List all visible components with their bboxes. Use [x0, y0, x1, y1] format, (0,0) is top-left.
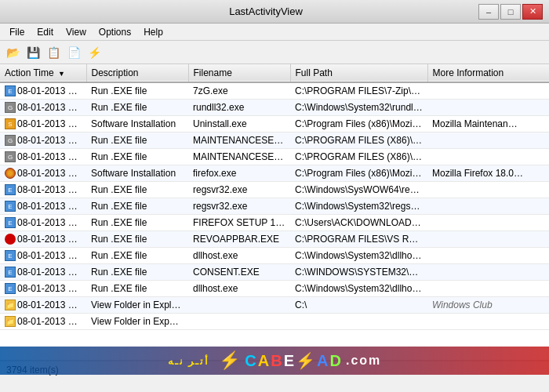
cell-action-time: G 08-01-2013 … — [0, 149, 86, 165]
toolbar-btn-5[interactable]: ⚡ — [85, 43, 104, 62]
cell-description: Run .EXE file — [86, 281, 188, 297]
watermark-arabic: أتـر نـه — [168, 355, 210, 367]
table-row[interactable]: E 08-01-2013 … Run .EXE file 7zG.exe C:\… — [0, 82, 549, 100]
exe-icon: E — [5, 184, 16, 195]
table-row[interactable]: E 08-01-2013 … Run .EXE file FIREFOX SET… — [0, 215, 549, 231]
table-row[interactable]: 📁 08-01-2013 … View Folder in Exp… — [0, 314, 549, 330]
firefox-icon — [5, 168, 16, 179]
table-row[interactable]: E 08-01-2013 … Run .EXE file dllhost.exe… — [0, 281, 549, 297]
cell-full-path: C:\Windows\System32\dllhost.exe — [290, 248, 427, 264]
cell-full-path: C:\ — [290, 297, 427, 314]
cell-description: Run .EXE file — [86, 198, 188, 215]
table-row[interactable]: E 08-01-2013 … Run .EXE file dllhost.exe… — [0, 248, 549, 264]
sort-arrow-icon: ▼ — [58, 70, 65, 78]
table-row[interactable]: 📁 08-01-2013 … View Folder in Expl… C:\ … — [0, 297, 549, 314]
cell-full-path: C:\WINDOWS\SYSTEM32\CONSE… — [290, 264, 427, 281]
cell-action-time: S 08-01-2013 … — [0, 116, 86, 132]
col-filename[interactable]: Filename — [188, 64, 290, 82]
cell-more-info: Windows Club — [427, 297, 549, 314]
cell-action-time: G 08-01-2013 … — [0, 100, 86, 116]
cell-full-path: C:\PROGRAM FILES\VS REVO GRO… — [290, 231, 427, 248]
table-row[interactable]: G 08-01-2013 … Run .EXE file MAINTENANCE… — [0, 132, 549, 149]
cell-action-time: E 08-01-2013 … — [0, 248, 86, 264]
col-description[interactable]: Description — [86, 64, 188, 82]
cell-filename: rundll32.exe — [188, 100, 290, 116]
cell-action-time: 📁 08-01-2013 … — [0, 297, 86, 314]
minimize-button[interactable]: – — [478, 4, 499, 20]
cell-filename: Uninstall.exe — [188, 116, 290, 132]
cell-full-path: C:\Windows\System32\rundll32.exe — [290, 100, 427, 116]
cell-full-path: C:\PROGRAM FILES (X86)\MOZILL… — [290, 149, 427, 165]
menu-help[interactable]: Help — [137, 25, 169, 39]
table-row[interactable]: S 08-01-2013 … Software Installation Uni… — [0, 116, 549, 132]
cell-description: Run .EXE file — [86, 149, 188, 165]
cell-action-time: E 08-01-2013 … — [0, 82, 86, 100]
watermark-lightning-left: ⚡ — [219, 350, 242, 371]
menu-view[interactable]: View — [60, 25, 93, 39]
menu-options[interactable]: Options — [93, 25, 137, 39]
cell-filename: dllhost.exe — [188, 281, 290, 297]
watermark-e1: E — [284, 352, 296, 370]
cell-more-info — [427, 82, 549, 100]
toolbar-btn-2[interactable]: 💾 — [24, 43, 42, 62]
cell-description: Run .EXE file — [86, 248, 188, 264]
cell-action-time: 08-01-2013 … — [0, 231, 86, 248]
col-more-info[interactable]: More Information — [427, 64, 549, 82]
activity-table: Action Time ▼ Description Filename Full … — [0, 64, 549, 330]
table-row[interactable]: E 08-01-2013 … Run .EXE file CONSENT.EXE… — [0, 264, 549, 281]
cell-more-info — [427, 264, 549, 281]
cell-action-time: E 08-01-2013 … — [0, 215, 86, 231]
table-row[interactable]: G 08-01-2013 … Run .EXE file MAINTENANCE… — [0, 149, 549, 165]
exe-icon: E — [5, 267, 16, 278]
exe-icon: E — [5, 85, 16, 96]
cell-description: Run .EXE file — [86, 215, 188, 231]
table-row[interactable]: E 08-01-2013 … Run .EXE file regsvr32.ex… — [0, 182, 549, 198]
cell-description: Run .EXE file — [86, 132, 188, 149]
table-container[interactable]: Action Time ▼ Description Filename Full … — [0, 64, 549, 361]
cell-filename — [188, 297, 290, 314]
cell-full-path: C:\Users\ACK\DOWNLOADS\FIREF… — [290, 215, 427, 231]
cell-filename: dllhost.exe — [188, 248, 290, 264]
toolbar-btn-3[interactable]: 📋 — [44, 43, 63, 62]
cell-description: Run .EXE file — [86, 231, 188, 248]
cell-full-path — [290, 314, 427, 330]
table-row[interactable]: E 08-01-2013 … Run .EXE file regsvr32.ex… — [0, 198, 549, 215]
maximize-button[interactable]: □ — [500, 4, 521, 20]
watermark-a: A — [258, 352, 271, 370]
menu-file[interactable]: File — [3, 25, 31, 39]
col-action-time[interactable]: Action Time ▼ — [0, 64, 86, 82]
cell-filename — [188, 314, 290, 330]
exe-icon: E — [5, 201, 16, 212]
cell-full-path: C:\Windows\System32\regsvr32.exe — [290, 198, 427, 215]
cell-filename: 7zG.exe — [188, 82, 290, 100]
cell-filename: regsvr32.exe — [188, 198, 290, 215]
cell-full-path: C:\PROGRAM FILES\7-Zip\7zG.exe — [290, 82, 427, 100]
table-row[interactable]: 08-01-2013 … Software Installation firef… — [0, 165, 549, 182]
generic-icon: G — [5, 102, 16, 113]
cell-action-time: E 08-01-2013 … — [0, 264, 86, 281]
cell-more-info: Mozilla Firefox 18.0… — [427, 165, 549, 182]
watermark-a3: A — [317, 352, 329, 370]
cell-more-info — [427, 149, 549, 165]
cell-full-path: C:\Program Files (x86)\Mozilla Fire… — [290, 165, 427, 182]
cell-action-time: G 08-01-2013 … — [0, 132, 86, 149]
cell-action-time: E 08-01-2013 … — [0, 198, 86, 215]
table-row[interactable]: 08-01-2013 … Run .EXE file REVOAPPBAR.EX… — [0, 231, 549, 248]
cell-more-info — [427, 132, 549, 149]
menu-bar: File Edit View Options Help — [0, 24, 549, 41]
cell-filename: MAINTENANCESER… — [188, 149, 290, 165]
watermark: أتـر نـه ⚡ C A B E ⚡ A D .com — [0, 347, 549, 375]
cell-filename: MAINTENANCESER… — [188, 132, 290, 149]
table-row[interactable]: G 08-01-2013 … Run .EXE file rundll32.ex… — [0, 100, 549, 116]
toolbar-btn-4[interactable]: 📄 — [64, 43, 83, 62]
cell-description: Run .EXE file — [86, 264, 188, 281]
title-bar: LastActivityView – □ ✕ — [0, 0, 549, 24]
cell-description: Run .EXE file — [86, 100, 188, 116]
cell-description: Run .EXE file — [86, 82, 188, 100]
exe-icon: E — [5, 217, 16, 228]
close-button[interactable]: ✕ — [522, 4, 543, 20]
col-full-path[interactable]: Full Path — [290, 64, 427, 82]
menu-edit[interactable]: Edit — [31, 25, 60, 39]
cell-more-info — [427, 231, 549, 248]
toolbar-btn-1[interactable]: 📂 — [3, 43, 22, 62]
